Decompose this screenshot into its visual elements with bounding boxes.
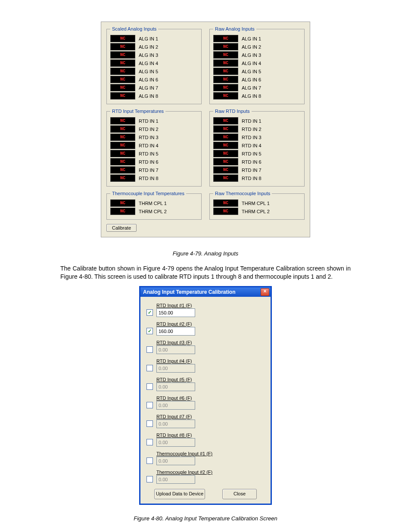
para-t2: Calibrate — [73, 265, 97, 272]
upload-button[interactable]: Upload Data to Device — [154, 489, 205, 499]
enable-checkbox[interactable] — [146, 457, 153, 464]
readout-label: THRM CPL 2 — [139, 209, 167, 214]
calibrate-button[interactable]: Calibrate — [106, 224, 137, 232]
readout-row: NCTHRM CPL 2 — [110, 208, 198, 215]
readout-label: ALG IN 2 — [139, 44, 158, 50]
close-button[interactable]: Close — [222, 489, 257, 499]
readout-value: NC — [110, 174, 135, 182]
body-paragraph: The Calibrate button shown in Figure 4-7… — [60, 264, 351, 281]
readout-row: NCRTD IN 1 — [110, 117, 198, 124]
enable-checkbox[interactable] — [146, 439, 153, 445]
readout-label: RTD IN 8 — [242, 176, 262, 181]
readout-row: NCALG IN 6 — [213, 76, 301, 83]
field-label: RTD Input #3 (F) — [156, 340, 195, 345]
enable-checkbox[interactable] — [146, 476, 153, 482]
field-label: RTD Input #8 (F) — [156, 432, 195, 438]
readout-label: ALG IN 6 — [139, 77, 158, 82]
group-box: Raw Thermocouple InputsNCTHRM CPL 1NCTHR… — [209, 191, 305, 220]
value-input[interactable]: 150.00 — [156, 308, 195, 317]
readout-row: NCRTD IN 1 — [213, 117, 301, 124]
readout-row: NCRTD IN 6 — [213, 158, 301, 165]
readout-row: NCRTD IN 4 — [110, 142, 198, 149]
field-label: RTD Input #6 (F) — [156, 395, 195, 401]
field-row: Thermocouple Input #1 (F)0.00 — [146, 451, 265, 465]
readout-value: NC — [110, 76, 135, 83]
readout-value: NC — [213, 35, 238, 42]
readout-label: ALG IN 3 — [139, 53, 158, 58]
readout-label: ALG IN 1 — [139, 36, 158, 41]
readout-label: RTD IN 3 — [242, 135, 262, 140]
dialog-title: Analog Input Temperature Calibration — [143, 289, 235, 295]
readout-row: NCALG IN 2 — [213, 43, 301, 50]
readout-label: RTD IN 7 — [139, 168, 159, 173]
readout-row: NCRTD IN 4 — [213, 142, 301, 149]
group-legend: RTD Input Temperatures — [110, 109, 165, 114]
enable-checkbox[interactable] — [146, 346, 153, 353]
readout-label: ALG IN 5 — [242, 69, 261, 74]
field-label: RTD Input #7 (F) — [156, 414, 195, 419]
readout-value: NC — [213, 208, 238, 215]
group-box: Raw RTD InputsNCRTD IN 1NCRTD IN 2NCRTD … — [209, 109, 305, 187]
readout-label: ALG IN 4 — [139, 61, 158, 66]
readout-label: RTD IN 5 — [139, 151, 159, 156]
readout-label: RTD IN 6 — [139, 159, 159, 165]
dialog-body: RTD Input #1 (F)150.00RTD Input #2 (F)16… — [140, 297, 271, 504]
readout-value: NC — [213, 92, 238, 100]
field-label: RTD Input #1 (F) — [156, 303, 195, 308]
readout-row: NCRTD IN 5 — [110, 150, 198, 157]
group-box: RTD Input TemperaturesNCRTD IN 1NCRTD IN… — [106, 109, 202, 187]
readout-value: NC — [213, 142, 238, 149]
readout-value: NC — [110, 134, 135, 141]
figure-caption-2: Figure 4-80. Analog Input Temperature Ca… — [26, 515, 385, 522]
readout-label: RTD IN 5 — [242, 151, 262, 156]
readout-value: NC — [213, 199, 238, 207]
readout-row: NCALG IN 3 — [213, 51, 301, 59]
close-icon[interactable]: × — [261, 288, 269, 296]
readout-row: NCALG IN 1 — [110, 35, 198, 42]
enable-checkbox[interactable] — [146, 309, 153, 316]
group-box: Raw Analog InputsNCALG IN 1NCALG IN 2NCA… — [209, 26, 305, 104]
enable-checkbox[interactable] — [146, 383, 153, 390]
readout-row: NCALG IN 1 — [213, 35, 301, 42]
readout-row: NCALG IN 4 — [213, 59, 301, 67]
readout-row: NCRTD IN 2 — [213, 125, 301, 133]
readout-label: RTD IN 7 — [242, 168, 262, 173]
value-input[interactable]: 160.00 — [156, 327, 195, 336]
enable-checkbox[interactable] — [146, 420, 153, 427]
analog-inputs-panel: Scaled Analog InputsNCALG IN 1NCALG IN 2… — [101, 22, 310, 237]
readout-value: NC — [110, 35, 135, 42]
readout-row: NCALG IN 4 — [110, 59, 198, 67]
readout-row: NCALG IN 8 — [110, 92, 198, 100]
readout-row: NCTHRM CPL 1 — [213, 199, 301, 207]
readout-label: ALG IN 8 — [139, 93, 158, 99]
readout-label: THRM CPL 1 — [139, 201, 167, 206]
readout-label: THRM CPL 1 — [242, 201, 270, 206]
value-input: 0.00 — [156, 383, 195, 391]
readout-value: NC — [213, 125, 238, 133]
group-legend: Raw RTD Inputs — [213, 109, 252, 114]
enable-checkbox[interactable] — [146, 365, 153, 371]
readout-value: NC — [213, 150, 238, 157]
readout-value: NC — [110, 158, 135, 165]
value-input: 0.00 — [156, 475, 195, 484]
dialog-titlebar[interactable]: Analog Input Temperature Calibration × — [140, 287, 271, 297]
enable-checkbox[interactable] — [146, 402, 153, 408]
readout-value: NC — [213, 76, 238, 83]
readout-label: ALG IN 2 — [242, 44, 261, 50]
enable-checkbox[interactable] — [146, 328, 153, 334]
readout-value: NC — [213, 166, 238, 174]
readout-value: NC — [213, 174, 238, 182]
readout-value: NC — [110, 92, 135, 100]
readout-value: NC — [213, 43, 238, 50]
readout-label: ALG IN 7 — [139, 85, 158, 90]
readout-row: NCRTD IN 2 — [110, 125, 198, 133]
readout-label: ALG IN 7 — [242, 85, 261, 90]
readout-value: NC — [213, 158, 238, 165]
readout-label: RTD IN 4 — [242, 143, 262, 148]
field-label: RTD Input #2 (F) — [156, 321, 195, 327]
figure-caption-1: Figure 4-79. Analog Inputs — [26, 250, 385, 257]
para-t3: button shown in Figure 4-79 opens the An… — [60, 265, 351, 280]
readout-value: NC — [110, 199, 135, 207]
field-row: RTD Input #3 (F)0.00 — [146, 340, 265, 354]
readout-label: ALG IN 6 — [242, 77, 261, 82]
